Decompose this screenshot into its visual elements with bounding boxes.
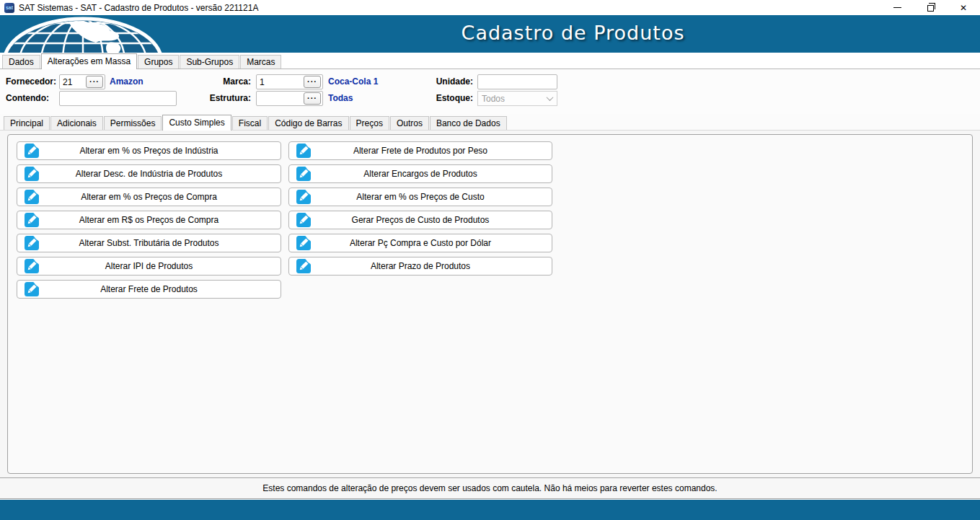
action-percent-precos-industria[interactable]: Alterar em % os Preços de Indústria xyxy=(17,141,281,160)
fornecedor-browse-button[interactable]: ··· xyxy=(86,76,103,88)
tab-fiscal[interactable]: Fiscal xyxy=(232,116,268,130)
unidade-label: Unidade: xyxy=(422,76,473,87)
edit-icon xyxy=(296,213,311,227)
action-label: Alterar em R$ os Preços de Compra xyxy=(79,215,218,225)
globe-logo xyxy=(2,15,167,53)
action-subst-tributaria[interactable]: Alterar Subst. Tributária de Produtos xyxy=(17,234,281,252)
action-frete-produtos[interactable]: Alterar Frete de Produtos xyxy=(17,280,281,299)
actions-column-left: Alterar em % os Preços de Indústria Alte… xyxy=(17,141,281,299)
action-label: Alterar em % os Preços de Compra xyxy=(81,192,217,202)
main-tab-bar: Dados Alterações em Massa Grupos Sub-Gru… xyxy=(0,53,980,69)
edit-icon xyxy=(25,282,39,296)
fornecedor-display: Amazon xyxy=(110,76,144,87)
minimize-button[interactable] xyxy=(880,0,914,15)
marca-label: Marca: xyxy=(202,76,251,87)
contendo-label: Contendo: xyxy=(6,93,49,103)
tab-marcas[interactable]: Marcas xyxy=(240,55,281,69)
action-label: Alterar Prazo de Produtos xyxy=(371,261,470,271)
restore-icon xyxy=(927,5,934,12)
action-gerar-precos-custo[interactable]: Gerar Preços de Custo de Produtos xyxy=(288,211,552,229)
actions-column-right: Alterar Frete de Produtos por Peso Alter… xyxy=(288,141,552,276)
action-encargos-produtos[interactable]: Alterar Encargos de Produtos xyxy=(288,164,552,183)
action-label: Alterar em % os Preços de Custo xyxy=(356,192,484,202)
action-label: Gerar Preços de Custo de Produtos xyxy=(352,215,490,225)
estrutura-field[interactable]: ··· xyxy=(256,91,323,106)
marca-field[interactable]: ··· xyxy=(256,74,323,89)
tab-grupos[interactable]: Grupos xyxy=(138,55,179,69)
sub-tab-bar: Principal Adicionais Permissões Custo Si… xyxy=(0,114,980,130)
estrutura-display: Todas xyxy=(328,93,353,103)
tab-outros[interactable]: Outros xyxy=(390,116,429,130)
action-label: Alterar em % os Preços de Indústria xyxy=(79,146,218,156)
actions-panel: Alterar em % os Preços de Indústria Alte… xyxy=(7,134,973,474)
action-label: Alterar Frete de Produtos por Peso xyxy=(353,146,487,156)
status-bar: Estes comandos de alteração de preços de… xyxy=(0,477,980,499)
action-prazo-produtos[interactable]: Alterar Prazo de Produtos xyxy=(288,257,552,276)
edit-icon xyxy=(296,190,311,204)
window-controls: ✕ xyxy=(880,0,980,15)
close-button[interactable]: ✕ xyxy=(947,0,980,15)
minimize-icon xyxy=(893,7,901,8)
action-desc-industria-produtos[interactable]: Alterar Desc. de Indústria de Produtos xyxy=(17,164,281,183)
fornecedor-label: Fornecedor: xyxy=(6,76,56,87)
tab-principal[interactable]: Principal xyxy=(4,116,50,130)
action-compra-custo-dolar[interactable]: Alterar Pç Compra e Custo por Dólar xyxy=(288,234,552,252)
fornecedor-field[interactable]: ··· xyxy=(59,74,105,89)
edit-icon xyxy=(296,144,311,158)
chevron-down-icon xyxy=(547,94,554,101)
marca-browse-button[interactable]: ··· xyxy=(304,76,321,88)
estrutura-label: Estrutura: xyxy=(202,93,251,103)
edit-icon xyxy=(25,167,39,181)
action-label: Alterar Pç Compra e Custo por Dólar xyxy=(350,238,491,248)
window-title: SAT Sistemas - SAT - Cadastro de Produto… xyxy=(19,3,258,13)
edit-icon xyxy=(25,259,39,273)
edit-icon xyxy=(25,144,39,158)
action-label: Alterar Desc. de Indústria de Produtos xyxy=(76,169,222,179)
tab-alteracoes-em-massa[interactable]: Alterações em Massa xyxy=(41,53,137,69)
contendo-input[interactable] xyxy=(63,92,175,105)
estoque-selected-value: Todos xyxy=(482,94,505,104)
edit-icon xyxy=(296,259,311,273)
footer-band xyxy=(0,500,980,520)
unidade-input[interactable] xyxy=(481,75,555,89)
tab-dados[interactable]: Dados xyxy=(2,55,40,69)
action-frete-por-peso[interactable]: Alterar Frete de Produtos por Peso xyxy=(288,141,552,160)
estoque-label: Estoque: xyxy=(422,93,473,103)
action-label: Alterar Encargos de Produtos xyxy=(363,169,477,179)
edit-icon xyxy=(296,167,311,181)
title-bar: sat SAT Sistemas - SAT - Cadastro de Pro… xyxy=(0,0,980,15)
filter-panel: Fornecedor: ··· Amazon Contendo: Marca: … xyxy=(0,69,980,114)
action-percent-precos-custo[interactable]: Alterar em % os Preços de Custo xyxy=(288,188,552,206)
action-rs-precos-compra[interactable]: Alterar em R$ os Preços de Compra xyxy=(17,211,281,229)
estoque-select[interactable]: Todos xyxy=(477,91,557,106)
app-window: sat SAT Sistemas - SAT - Cadastro de Pro… xyxy=(0,0,980,520)
page-title: Cadastro de Produtos xyxy=(166,22,980,44)
tab-permissoes[interactable]: Permissões xyxy=(104,116,162,130)
tab-banco-de-dados[interactable]: Banco de Dados xyxy=(430,116,507,130)
action-ipi-produtos[interactable]: Alterar IPI de Produtos xyxy=(17,257,281,276)
tab-precos[interactable]: Preços xyxy=(350,116,389,130)
tab-page-custo-simples: Alterar em % os Preços de Indústria Alte… xyxy=(0,130,980,477)
header-band: Cadastro de Produtos xyxy=(0,15,980,53)
estrutura-input[interactable] xyxy=(260,92,304,105)
unidade-field[interactable] xyxy=(477,74,557,89)
estrutura-browse-button[interactable]: ··· xyxy=(304,92,321,105)
status-message: Estes comandos de alteração de preços de… xyxy=(262,483,717,493)
tab-adicionais[interactable]: Adicionais xyxy=(50,116,103,130)
tab-sub-grupos[interactable]: Sub-Grupos xyxy=(180,55,239,69)
marca-input[interactable] xyxy=(260,75,304,89)
action-label: Alterar Frete de Produtos xyxy=(100,284,198,294)
action-label: Alterar IPI de Produtos xyxy=(105,261,193,271)
action-label: Alterar Subst. Tributária de Produtos xyxy=(79,238,218,248)
marca-display: Coca-Cola 1 xyxy=(328,76,378,87)
tab-custo-simples[interactable]: Custo Simples xyxy=(162,115,231,131)
fornecedor-input[interactable] xyxy=(63,75,86,89)
edit-icon xyxy=(25,213,39,227)
contendo-field[interactable] xyxy=(59,91,177,106)
tab-codigo-de-barras[interactable]: Código de Barras xyxy=(268,116,348,130)
edit-icon xyxy=(25,236,39,250)
edit-icon xyxy=(25,190,39,204)
app-icon: sat xyxy=(4,3,14,13)
restore-button[interactable] xyxy=(914,0,947,15)
action-percent-precos-compra[interactable]: Alterar em % os Preços de Compra xyxy=(17,188,281,206)
